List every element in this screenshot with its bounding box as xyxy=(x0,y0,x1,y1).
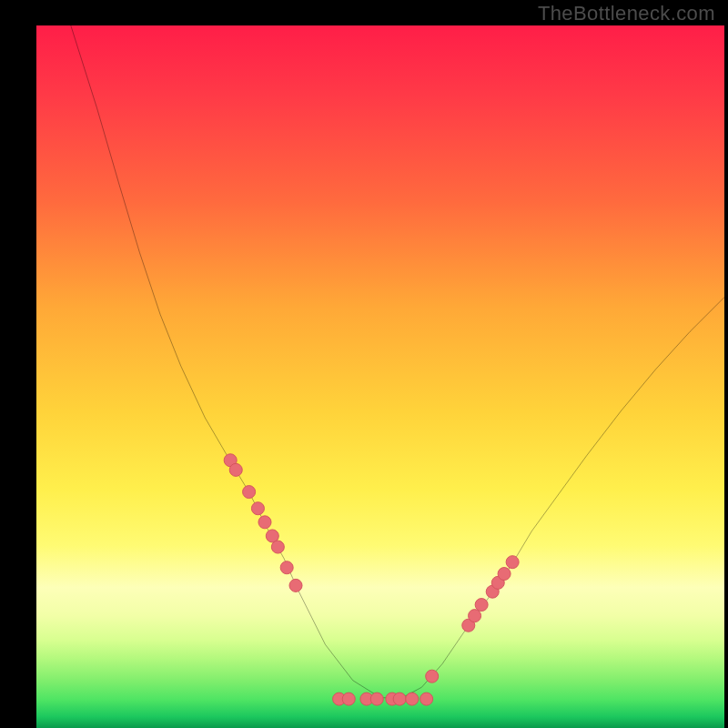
chart-frame: TheBottleneck.com xyxy=(0,0,728,728)
marker-dot xyxy=(258,516,271,529)
marker-dot xyxy=(289,579,302,592)
right-arm-markers xyxy=(426,556,520,683)
marker-dot xyxy=(506,556,519,569)
marker-dot xyxy=(370,693,383,705)
marker-dot xyxy=(475,599,488,612)
left-arm-markers xyxy=(224,454,302,592)
marker-dot xyxy=(342,693,355,705)
plot-area xyxy=(36,25,724,728)
marker-dot xyxy=(243,486,256,499)
marker-dot xyxy=(280,561,293,574)
marker-dot xyxy=(426,670,439,682)
bottleneck-curve xyxy=(71,25,724,698)
bottom-markers xyxy=(333,693,433,705)
marker-dot xyxy=(406,693,419,705)
marker-dot xyxy=(420,693,433,705)
curve-layer xyxy=(36,25,724,713)
marker-dot xyxy=(229,463,242,476)
marker-dot xyxy=(498,568,511,581)
marker-dot xyxy=(469,610,481,622)
watermark-text: TheBottleneck.com xyxy=(538,2,715,25)
marker-dot xyxy=(271,541,284,553)
marker-dot xyxy=(251,502,264,515)
marker-dot xyxy=(393,693,406,705)
